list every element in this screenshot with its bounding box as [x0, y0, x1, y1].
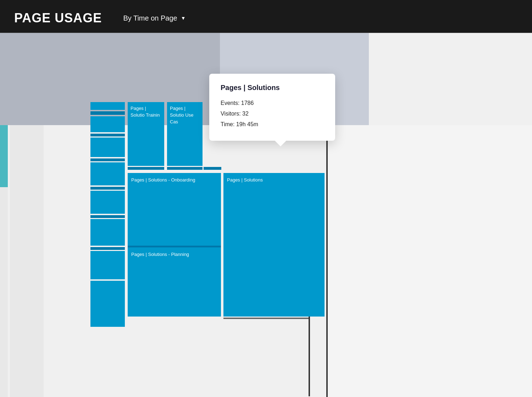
tooltip-time-value: 19h 45m — [236, 121, 258, 127]
left-empty-col — [10, 125, 44, 187]
blue-small-sep5 — [90, 247, 125, 250]
tooltip-time-label: Time: — [221, 121, 234, 127]
solutions-main-label: Pages | Solutions — [227, 177, 263, 183]
right-bar-1 — [326, 125, 328, 397]
solutions-onboarding-block[interactable]: Pages | Solutions - Onboarding — [128, 173, 221, 246]
solutions-onboarding-label: Pages | Solutions - Onboarding — [131, 177, 195, 183]
time-dropdown[interactable]: By Time on Page ▼ — [123, 14, 185, 22]
blue-small-sep4 — [90, 215, 125, 218]
blue-small-6[interactable] — [90, 191, 125, 214]
solutions-planning-block[interactable]: Pages | Solutions - Planning — [128, 247, 221, 317]
treemap-container: Pages | Solutio Trainin Pages | Solutio … — [0, 33, 532, 397]
blue-small-2 — [90, 111, 125, 115]
blue-small-3[interactable] — [90, 116, 125, 132]
tooltip-events-label: Events: — [221, 100, 239, 106]
solutions-training-label: Pages | Solutio Trainin — [131, 106, 160, 118]
solutions-training-block[interactable]: Pages | Solutio Trainin — [128, 102, 164, 166]
right-bar-3 — [309, 317, 310, 396]
sep-training — [128, 167, 164, 170]
right-empty-area — [328, 125, 532, 397]
blue-small-4[interactable] — [90, 138, 125, 157]
blue-small-5[interactable] — [90, 162, 125, 185]
blue-small-8[interactable] — [90, 251, 125, 279]
blue-small-sep3 — [90, 187, 125, 190]
page-title: PAGE USAGE — [14, 11, 102, 26]
solutions-main-block[interactable]: Pages | Solutions — [223, 173, 325, 317]
blue-small-sep2 — [90, 158, 125, 161]
left-empty-col-3 — [10, 187, 44, 397]
dropdown-label: By Time on Page — [123, 14, 177, 22]
tooltip-time: Time: 19h 45m — [221, 120, 324, 129]
chevron-down-icon: ▼ — [181, 15, 186, 21]
blue-small-1[interactable] — [90, 102, 125, 110]
solutions-usecases-label: Pages | Solutio Use Cas — [170, 106, 193, 124]
tooltip-visitors-label: Visitors: — [221, 111, 241, 117]
page-header: PAGE USAGE By Time on Page ▼ — [0, 0, 532, 33]
solutions-usecases-block[interactable]: Pages | Solutio Use Cas — [167, 102, 203, 166]
tooltip-visitors-value: 32 — [242, 111, 249, 117]
blue-small-sep — [90, 134, 125, 136]
tooltip-events: Events: 1786 — [221, 99, 324, 107]
sep-uc2 — [204, 167, 221, 170]
blue-small-9[interactable] — [90, 281, 125, 327]
sep-onboarding-planning — [128, 246, 221, 247]
tooltip-title: Pages | Solutions — [221, 84, 324, 92]
left-empty-col-2 — [0, 187, 8, 397]
left-teal-strip — [0, 125, 8, 187]
tooltip-popup: Pages | Solutions Events: 1786 Visitors:… — [209, 74, 335, 141]
sep-usecases — [167, 167, 203, 170]
blue-small-7[interactable] — [90, 219, 125, 246]
tooltip-visitors: Visitors: 32 — [221, 110, 324, 118]
tooltip-events-value: 1786 — [241, 100, 254, 106]
solutions-planning-label: Pages | Solutions - Planning — [131, 252, 189, 257]
bottom-bar — [223, 318, 309, 319]
